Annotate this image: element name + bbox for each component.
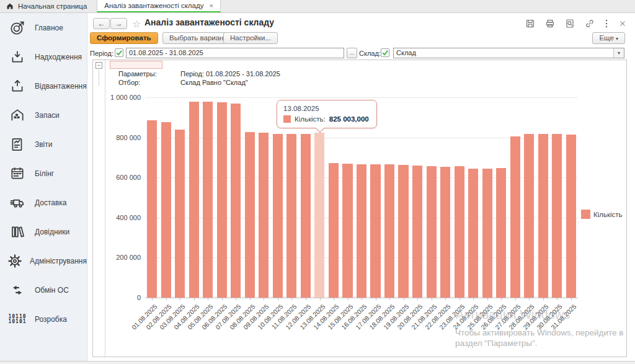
truck-icon [0, 195, 35, 211]
period-input[interactable]: 01.08.2025 - 31.08.2025 [126, 48, 344, 58]
period-more-button[interactable]: ... [347, 48, 357, 58]
tab-home-label: Начальная страница [18, 2, 87, 10]
bar[interactable] [357, 164, 366, 298]
sidebar: Главное Надходження Відвантаження Запаси… [0, 13, 87, 361]
bar[interactable] [510, 136, 520, 298]
bar[interactable] [384, 164, 394, 298]
bar[interactable] [273, 134, 283, 298]
sidebar-item-references[interactable]: Довідники [0, 217, 87, 246]
filter-row: Період: 01.08.2025 - 31.08.2025 ... Скла… [87, 47, 635, 60]
sidebar-item-label: Главное [35, 24, 63, 32]
x-axis-tick [291, 298, 292, 300]
books-icon [0, 224, 35, 240]
bar[interactable] [301, 134, 311, 298]
tab-bar: Начальная страница Аналіз завантаженості… [0, 0, 635, 13]
bar[interactable] [538, 134, 548, 298]
bar[interactable] [455, 166, 464, 298]
warehouse-select[interactable]: Склад ▾ [393, 48, 624, 58]
period-checkbox[interactable] [115, 48, 123, 57]
forward-button[interactable]: → [110, 18, 127, 29]
bar[interactable] [342, 164, 352, 298]
more-button[interactable]: Еще ▾ [592, 32, 625, 44]
link-icon[interactable] [585, 19, 595, 29]
bar[interactable] [524, 134, 534, 298]
x-axis-tick [389, 298, 390, 300]
x-axis-tick [404, 298, 404, 300]
close-icon[interactable] [618, 19, 627, 28]
sidebar-item-label: Обмін ОС [35, 286, 69, 295]
warehouse-checkbox[interactable] [381, 48, 389, 57]
x-axis-tick [417, 298, 418, 300]
tree-line [99, 69, 99, 86]
settings-button[interactable]: Настройки... [223, 32, 278, 44]
check-icon [115, 49, 123, 56]
sidebar-item-administration[interactable]: Адміністрування [0, 246, 87, 275]
preview-icon[interactable] [565, 19, 575, 29]
sidebar-item-billing[interactable]: Білінг [0, 159, 87, 188]
page-title: Аналіз завантаженості складу [144, 17, 274, 27]
sidebar-item-shipments[interactable]: Відвантаження [0, 71, 87, 100]
tab-home[interactable]: Начальная страница [0, 0, 97, 12]
tree-expander[interactable]: − [95, 62, 102, 69]
gutter-divider [105, 60, 105, 357]
bar[interactable] [468, 169, 478, 298]
sidebar-item-label: Розробка [35, 315, 67, 324]
x-axis-tick [166, 298, 167, 300]
back-button[interactable]: ← [93, 18, 110, 29]
tab-close-icon[interactable]: × [209, 2, 213, 9]
tab-report[interactable]: Аналіз завантаженості складу × [97, 0, 221, 12]
x-axis-tick [460, 298, 460, 300]
favorite-star-icon[interactable]: ☆ [132, 18, 141, 30]
sidebar-item-stock[interactable]: Запаси [0, 100, 87, 130]
bar[interactable] [217, 102, 227, 298]
bar[interactable] [482, 169, 492, 298]
bar[interactable] [259, 133, 269, 298]
home-icon [6, 2, 14, 10]
bar[interactable] [286, 134, 296, 298]
inbox-icon [0, 49, 35, 65]
bar[interactable] [147, 120, 157, 298]
binary-icon: 1011010101 [0, 314, 35, 324]
app-window: Начальная страница Аналіз завантаженості… [0, 0, 635, 364]
more-dots-icon[interactable] [605, 19, 608, 29]
sidebar-item-reports[interactable]: Звіти [0, 130, 87, 159]
bar-highlighted[interactable] [314, 133, 324, 298]
bar[interactable] [231, 104, 241, 298]
generate-button[interactable]: Сформировать [90, 32, 158, 44]
x-axis-tick [180, 298, 180, 300]
bar[interactable] [412, 166, 422, 298]
chevron-down-icon[interactable]: ▾ [613, 48, 624, 58]
bar[interactable] [245, 132, 255, 298]
x-axis-tick [362, 298, 362, 300]
sidebar-item-label: Адміністрування [30, 257, 87, 265]
bar[interactable] [203, 102, 213, 298]
bar[interactable] [440, 167, 450, 298]
sidebar-item-development[interactable]: 1011010101 Розробка [0, 304, 87, 334]
gridline [145, 97, 578, 98]
x-axis-tick [376, 298, 376, 300]
bar[interactable] [398, 165, 408, 298]
bar[interactable] [370, 164, 380, 298]
sidebar-item-receipts[interactable]: Надходження [0, 42, 87, 71]
bar[interactable] [161, 122, 171, 298]
bar[interactable] [552, 134, 562, 298]
x-axis-tick [306, 298, 306, 300]
y-axis-tick-label: 400 000 [97, 214, 141, 221]
sidebar-item-os-exchange[interactable]: Обмін ОС [0, 275, 87, 304]
tooltip-value: 825 003,000 [329, 115, 369, 123]
bar[interactable] [189, 102, 199, 298]
y-axis-tick-label: 0 [97, 294, 141, 301]
sidebar-item-delivery[interactable]: Доставка [0, 188, 87, 217]
bar[interactable] [175, 130, 185, 298]
print-icon[interactable] [545, 19, 555, 29]
x-axis-tick [473, 298, 474, 300]
bar[interactable] [566, 135, 576, 298]
legend-label: Кількість [593, 211, 623, 218]
bar[interactable] [329, 163, 339, 298]
sidebar-item-main[interactable]: Главное [0, 13, 87, 42]
bar[interactable] [496, 168, 506, 298]
x-axis-tick [236, 298, 236, 300]
selected-cell[interactable] [110, 61, 162, 69]
bar[interactable] [427, 166, 437, 298]
save-icon[interactable] [525, 19, 535, 29]
